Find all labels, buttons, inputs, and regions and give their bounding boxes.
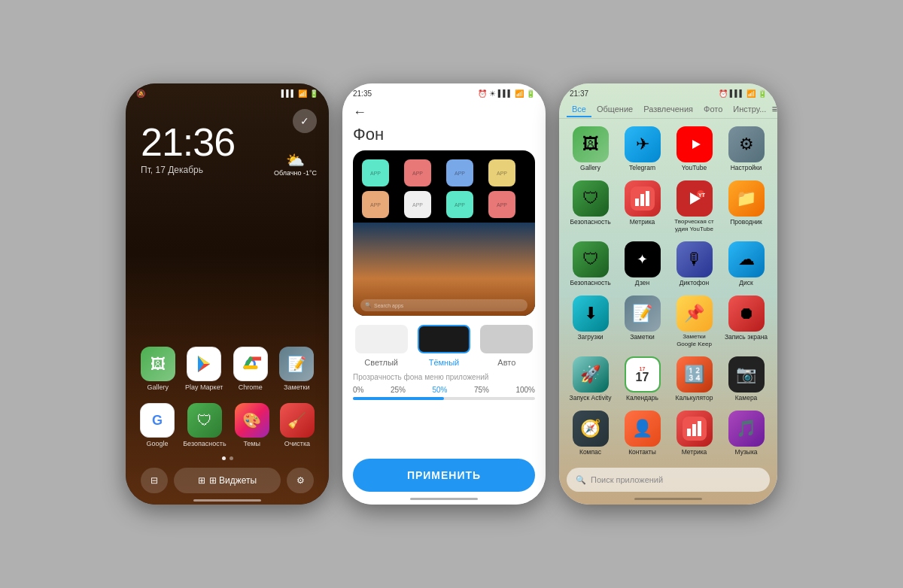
search-bar-drawer[interactable]: 🔍 Поиск приложений: [567, 468, 770, 492]
app-camera[interactable]: 📷 Камера: [721, 353, 771, 406]
dot-2: [230, 456, 233, 460]
signal-icon: ▌▌▌: [281, 89, 296, 97]
app-google[interactable]: G Google: [138, 403, 177, 447]
back-button[interactable]: ←: [353, 105, 366, 120]
tab-entertainment[interactable]: Развлечения: [638, 102, 698, 117]
widgets-label: ⊞ Виджеты: [209, 475, 257, 486]
app-telegram[interactable]: ✈ Telegram: [617, 123, 667, 176]
app-notes1[interactable]: 📝 Заметки: [277, 347, 318, 391]
calendar-label: Календарь: [626, 394, 658, 402]
checkmark-button[interactable]: ✓: [293, 109, 317, 133]
transparency-slider[interactable]: [353, 397, 535, 400]
theme-auto[interactable]: Авто: [480, 325, 533, 367]
notes-label-3: Заметки: [630, 333, 655, 341]
keep-icon: 📌: [676, 296, 713, 332]
app-keep[interactable]: 📌 Заметки Google Keep: [669, 292, 719, 352]
security-label-3: Безопасность: [570, 218, 610, 226]
theme-dark[interactable]: Тёмный: [418, 325, 470, 367]
weather-icon: ⛅: [286, 151, 305, 169]
app-dictaphone[interactable]: 🎙 Диктофон: [669, 238, 719, 291]
app-music[interactable]: 🎵 Музыка: [721, 408, 771, 460]
app-themes[interactable]: 🎨 Темы: [233, 403, 272, 447]
gallery-label-3: Gallery: [580, 164, 600, 171]
app-settings-3[interactable]: ⚙ Настройки: [721, 123, 771, 176]
themes-label: Темы: [243, 440, 260, 447]
security-icon-4: 🛡: [573, 241, 609, 277]
nav-line-3: [634, 498, 702, 500]
app-compass[interactable]: 🧭 Компас: [565, 408, 616, 460]
screen-title: Фон: [342, 125, 546, 150]
app-launcher[interactable]: 🚀 Запуск Activity: [565, 353, 616, 406]
app-cleaner[interactable]: 🧹 Очистка: [278, 403, 317, 447]
category-tabs: Все Общение Развлечения Фото Инстру... ≡: [559, 100, 777, 119]
app-youtube[interactable]: YouTube: [669, 123, 719, 176]
settings-shortcut-button[interactable]: ⚙: [287, 468, 314, 493]
metrika-label-2: Метрика: [682, 448, 707, 456]
wifi-icon-2: 📶: [515, 89, 524, 98]
battery-icon-3: 🔋: [758, 89, 767, 98]
app-chrome[interactable]: Chrome: [230, 347, 271, 391]
app-security1[interactable]: 🛡 Безопасность: [183, 403, 226, 447]
prev-icon-1: АРР: [362, 159, 389, 186]
transparency-markers: 0% 25% 50% 75% 100%: [353, 386, 535, 394]
svg-rect-11: [646, 191, 649, 206]
app-contacts[interactable]: 👤 Контакты: [617, 408, 667, 460]
tab-tools[interactable]: Инстру...: [728, 102, 771, 117]
settings-label-3: Настройки: [731, 164, 762, 171]
telegram-label: Telegram: [629, 164, 655, 171]
security-label-4: Безопасность: [570, 279, 610, 286]
app-metrika-2[interactable]: Метрика: [669, 408, 719, 460]
widgets-icon: ⊞: [198, 475, 205, 486]
dictaphone-icon: 🎙: [676, 241, 713, 277]
app-dzen[interactable]: ✦ Дзен: [617, 238, 667, 291]
widgets-button[interactable]: ⊞ ⊞ Виджеты: [174, 468, 281, 493]
downloads-label: Загрузки: [577, 333, 603, 341]
app-gallery-3[interactable]: 🖼 Gallery: [565, 123, 616, 176]
chrome-icon: [233, 347, 268, 381]
app-playmarket[interactable]: Play Маркет: [184, 347, 225, 391]
time-2: 21:35: [353, 89, 372, 98]
telegram-icon: ✈: [625, 126, 661, 162]
weather-widget: ⛅ Облачно -1°C: [274, 151, 317, 177]
app-gallery[interactable]: 🖼 Gallery: [138, 347, 178, 391]
gallery-label: Gallery: [147, 383, 169, 391]
notes-icon-3: 📝: [625, 296, 661, 332]
apply-button[interactable]: ПРИМЕНИТЬ: [353, 459, 535, 492]
status-bar-3: 21:37 ⏰ ▌▌▌ 📶 🔋: [559, 83, 777, 100]
tab-all[interactable]: Все: [567, 102, 591, 117]
explorer-label: Проводник: [730, 218, 762, 226]
camera-label: Камера: [735, 394, 758, 402]
app-calc[interactable]: 🔢 Калькулятор: [669, 353, 719, 406]
keep-label: Заметки Google Keep: [673, 333, 716, 347]
prev-icon-7: АРР: [446, 191, 473, 218]
cleaner-icon: 🧹: [280, 403, 315, 438]
drawer-menu-button[interactable]: ≡: [771, 103, 777, 115]
app-explorer[interactable]: 📁 Проводник: [721, 177, 771, 237]
app-ytstudio[interactable]: YT Творческая студия YouTube: [669, 177, 719, 237]
settings-header: ←: [342, 100, 546, 125]
gallery-icon: 🖼: [141, 347, 175, 381]
recent-apps-button[interactable]: ⊟: [141, 468, 168, 493]
tab-communication[interactable]: Общение: [591, 102, 638, 117]
battery-icon: 🔋: [309, 89, 318, 98]
app-calendar[interactable]: 17 17 Календарь: [617, 353, 667, 406]
phone-app-drawer: 21:37 ⏰ ▌▌▌ 📶 🔋 Все Общение Развлечения …: [559, 83, 777, 505]
app-security-3[interactable]: 🛡 Безопасность: [565, 177, 616, 237]
dictaphone-label: Диктофон: [680, 279, 709, 286]
security-label: Безопасность: [183, 440, 226, 447]
compass-icon: 🧭: [573, 411, 609, 447]
app-notes-3[interactable]: 📝 Заметки: [617, 292, 667, 352]
app-disk[interactable]: ☁ Диск: [721, 238, 771, 291]
status-bar-1: 🔕 ▌▌▌ 📶 🔋: [126, 83, 329, 100]
app-security-4[interactable]: 🛡 Безопасность: [565, 238, 616, 291]
prev-icon-6: АРР: [404, 191, 431, 218]
contacts-icon: 👤: [625, 411, 661, 447]
theme-light[interactable]: Светлый: [355, 325, 408, 367]
preview-landscape: 🔍 Search apps: [353, 223, 535, 316]
app-downloads[interactable]: ⬇ Загрузки: [565, 292, 616, 352]
tab-photo[interactable]: Фото: [698, 102, 728, 117]
launcher-label: Запуск Activity: [570, 394, 612, 402]
app-metrika[interactable]: Метрика: [617, 177, 667, 237]
nav-line: [193, 499, 261, 502]
app-screenrec[interactable]: ⏺ Запись экрана: [721, 292, 771, 352]
